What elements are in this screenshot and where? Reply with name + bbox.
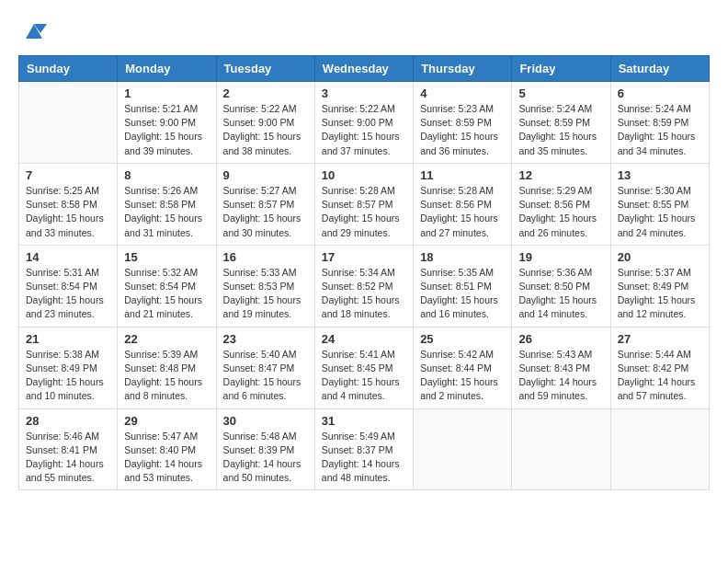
day-info: Sunrise: 5:28 AMSunset: 8:57 PMDaylight:… xyxy=(322,184,406,240)
day-info: Sunrise: 5:42 AMSunset: 8:44 PMDaylight:… xyxy=(420,348,505,404)
day-info: Sunrise: 5:43 AMSunset: 8:43 PMDaylight:… xyxy=(518,348,603,404)
day-number: 16 xyxy=(223,250,308,264)
weekday-header-wednesday: Wednesday xyxy=(314,56,413,82)
weekday-header-monday: Monday xyxy=(118,56,216,82)
day-info: Sunrise: 5:36 AMSunset: 8:50 PMDaylight:… xyxy=(518,266,603,322)
day-number: 20 xyxy=(618,250,702,264)
day-info: Sunrise: 5:28 AMSunset: 8:56 PMDaylight:… xyxy=(420,184,505,240)
calendar-cell: 24Sunrise: 5:41 AMSunset: 8:45 PMDayligh… xyxy=(314,327,413,408)
day-info: Sunrise: 5:29 AMSunset: 8:56 PMDaylight:… xyxy=(518,184,603,240)
day-number: 29 xyxy=(124,414,209,428)
calendar-cell: 1Sunrise: 5:21 AMSunset: 9:00 PMDaylight… xyxy=(118,82,216,164)
weekday-header-thursday: Thursday xyxy=(414,56,512,82)
day-number: 10 xyxy=(322,168,406,182)
day-info: Sunrise: 5:46 AMSunset: 8:41 PMDaylight:… xyxy=(26,430,110,486)
day-info: Sunrise: 5:21 AMSunset: 9:00 PMDaylight:… xyxy=(124,102,209,158)
day-info: Sunrise: 5:31 AMSunset: 8:54 PMDaylight:… xyxy=(26,266,110,322)
weekday-header-saturday: Saturday xyxy=(610,56,709,82)
day-number: 22 xyxy=(124,332,209,346)
day-number: 19 xyxy=(518,250,603,264)
calendar-cell: 15Sunrise: 5:32 AMSunset: 8:54 PMDayligh… xyxy=(118,245,216,327)
day-info: Sunrise: 5:23 AMSunset: 8:59 PMDaylight:… xyxy=(420,102,505,158)
calendar-cell: 16Sunrise: 5:33 AMSunset: 8:53 PMDayligh… xyxy=(216,245,314,327)
day-number: 23 xyxy=(223,332,308,346)
calendar-cell: 19Sunrise: 5:36 AMSunset: 8:50 PMDayligh… xyxy=(512,245,610,327)
day-info: Sunrise: 5:22 AMSunset: 9:00 PMDaylight:… xyxy=(223,102,308,158)
day-info: Sunrise: 5:47 AMSunset: 8:40 PMDaylight:… xyxy=(124,430,209,486)
weekday-header-tuesday: Tuesday xyxy=(216,56,314,82)
week-row-2: 7Sunrise: 5:25 AMSunset: 8:58 PMDaylight… xyxy=(19,163,710,245)
day-number: 12 xyxy=(518,168,603,182)
day-info: Sunrise: 5:49 AMSunset: 8:37 PMDaylight:… xyxy=(322,430,406,486)
day-info: Sunrise: 5:25 AMSunset: 8:58 PMDaylight:… xyxy=(26,184,110,240)
day-info: Sunrise: 5:37 AMSunset: 8:49 PMDaylight:… xyxy=(618,266,702,322)
day-number: 30 xyxy=(223,414,308,428)
day-info: Sunrise: 5:40 AMSunset: 8:47 PMDaylight:… xyxy=(223,348,308,404)
day-number: 11 xyxy=(420,168,505,182)
day-info: Sunrise: 5:30 AMSunset: 8:55 PMDaylight:… xyxy=(618,184,702,240)
day-number: 5 xyxy=(518,86,603,100)
day-info: Sunrise: 5:24 AMSunset: 8:59 PMDaylight:… xyxy=(518,102,603,158)
calendar-cell: 23Sunrise: 5:40 AMSunset: 8:47 PMDayligh… xyxy=(216,327,314,408)
day-info: Sunrise: 5:41 AMSunset: 8:45 PMDaylight:… xyxy=(322,348,406,404)
day-info: Sunrise: 5:26 AMSunset: 8:58 PMDaylight:… xyxy=(124,184,209,240)
day-number: 4 xyxy=(420,86,505,100)
weekday-header-row: SundayMondayTuesdayWednesdayThursdayFrid… xyxy=(19,56,710,82)
day-number: 14 xyxy=(26,250,110,264)
week-row-4: 21Sunrise: 5:38 AMSunset: 8:49 PMDayligh… xyxy=(19,327,710,408)
calendar-cell: 12Sunrise: 5:29 AMSunset: 8:56 PMDayligh… xyxy=(512,163,610,245)
weekday-header-sunday: Sunday xyxy=(19,56,118,82)
week-row-3: 14Sunrise: 5:31 AMSunset: 8:54 PMDayligh… xyxy=(19,245,710,327)
calendar-cell xyxy=(19,82,118,164)
week-row-1: 1Sunrise: 5:21 AMSunset: 9:00 PMDaylight… xyxy=(19,82,710,164)
calendar-cell: 26Sunrise: 5:43 AMSunset: 8:43 PMDayligh… xyxy=(512,327,610,408)
calendar-cell: 2Sunrise: 5:22 AMSunset: 9:00 PMDaylight… xyxy=(216,82,314,164)
calendar-cell xyxy=(414,408,512,490)
calendar-table: SundayMondayTuesdayWednesdayThursdayFrid… xyxy=(18,55,710,490)
day-number: 17 xyxy=(322,250,406,264)
calendar-cell: 31Sunrise: 5:49 AMSunset: 8:37 PMDayligh… xyxy=(314,408,413,490)
day-info: Sunrise: 5:22 AMSunset: 9:00 PMDaylight:… xyxy=(322,102,406,158)
day-number: 1 xyxy=(124,86,209,100)
day-info: Sunrise: 5:39 AMSunset: 8:48 PMDaylight:… xyxy=(124,348,209,404)
calendar-cell: 4Sunrise: 5:23 AMSunset: 8:59 PMDaylight… xyxy=(414,82,512,164)
day-info: Sunrise: 5:44 AMSunset: 8:42 PMDaylight:… xyxy=(618,348,702,404)
day-number: 15 xyxy=(124,250,209,264)
calendar-cell: 27Sunrise: 5:44 AMSunset: 8:42 PMDayligh… xyxy=(610,327,709,408)
calendar-cell: 22Sunrise: 5:39 AMSunset: 8:48 PMDayligh… xyxy=(118,327,216,408)
logo xyxy=(18,18,47,46)
calendar-cell xyxy=(512,408,610,490)
day-info: Sunrise: 5:34 AMSunset: 8:52 PMDaylight:… xyxy=(322,266,406,322)
day-info: Sunrise: 5:48 AMSunset: 8:39 PMDaylight:… xyxy=(223,430,308,486)
calendar-cell: 10Sunrise: 5:28 AMSunset: 8:57 PMDayligh… xyxy=(314,163,413,245)
calendar-cell: 8Sunrise: 5:26 AMSunset: 8:58 PMDaylight… xyxy=(118,163,216,245)
calendar-cell: 13Sunrise: 5:30 AMSunset: 8:55 PMDayligh… xyxy=(610,163,709,245)
calendar-cell: 11Sunrise: 5:28 AMSunset: 8:56 PMDayligh… xyxy=(414,163,512,245)
day-number: 13 xyxy=(618,168,702,182)
calendar-cell: 5Sunrise: 5:24 AMSunset: 8:59 PMDaylight… xyxy=(512,82,610,164)
calendar-cell: 18Sunrise: 5:35 AMSunset: 8:51 PMDayligh… xyxy=(414,245,512,327)
calendar-cell xyxy=(610,408,709,490)
day-info: Sunrise: 5:32 AMSunset: 8:54 PMDaylight:… xyxy=(124,266,209,322)
day-number: 7 xyxy=(26,168,110,182)
calendar-cell: 9Sunrise: 5:27 AMSunset: 8:57 PMDaylight… xyxy=(216,163,314,245)
day-number: 28 xyxy=(26,414,110,428)
calendar-cell: 25Sunrise: 5:42 AMSunset: 8:44 PMDayligh… xyxy=(414,327,512,408)
day-number: 2 xyxy=(223,86,308,100)
day-info: Sunrise: 5:38 AMSunset: 8:49 PMDaylight:… xyxy=(26,348,110,404)
calendar-cell: 7Sunrise: 5:25 AMSunset: 8:58 PMDaylight… xyxy=(19,163,118,245)
day-info: Sunrise: 5:35 AMSunset: 8:51 PMDaylight:… xyxy=(420,266,505,322)
day-number: 31 xyxy=(322,414,406,428)
logo-text xyxy=(18,18,47,46)
weekday-header-friday: Friday xyxy=(512,56,610,82)
day-info: Sunrise: 5:27 AMSunset: 8:57 PMDaylight:… xyxy=(223,184,308,240)
day-number: 9 xyxy=(223,168,308,182)
calendar-cell: 17Sunrise: 5:34 AMSunset: 8:52 PMDayligh… xyxy=(314,245,413,327)
day-number: 3 xyxy=(322,86,406,100)
page-header xyxy=(18,18,710,46)
day-number: 18 xyxy=(420,250,505,264)
day-number: 25 xyxy=(420,332,505,346)
calendar-cell: 28Sunrise: 5:46 AMSunset: 8:41 PMDayligh… xyxy=(19,408,118,490)
day-number: 6 xyxy=(618,86,702,100)
day-number: 26 xyxy=(518,332,603,346)
